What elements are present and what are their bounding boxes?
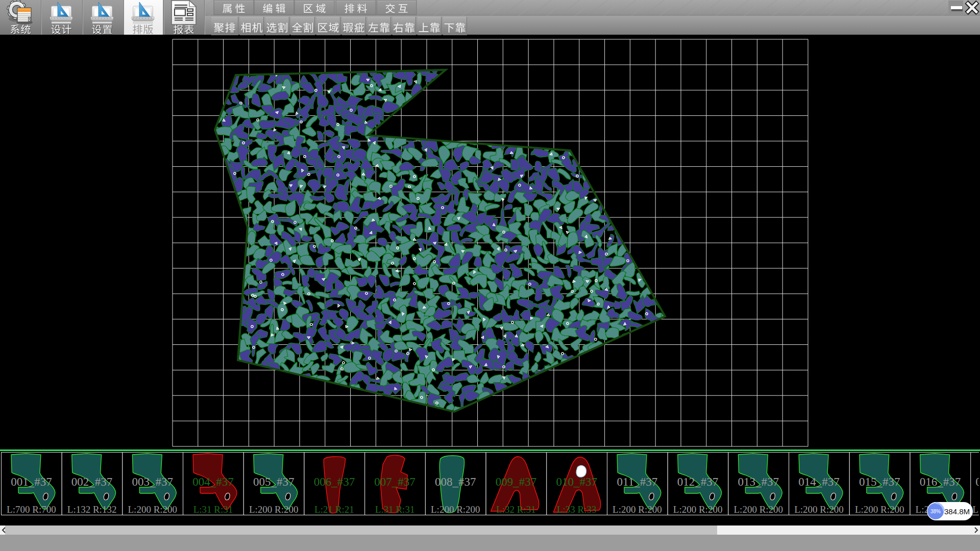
svg-text:014_#37: 014_#37 [798,475,840,488]
svg-text:010_#37: 010_#37 [556,475,597,488]
svg-text:004_#37: 004_#37 [192,475,234,488]
svg-text:L:200 R:200: L:200 R:200 [612,504,662,515]
svg-text:009_#37: 009_#37 [496,475,537,488]
svg-text:L:33 R:33: L:33 R:33 [557,504,597,515]
svg-text:L:31 R:31: L:31 R:31 [375,504,415,515]
svg-text:L:200 R:200: L:200 R:200 [794,504,844,515]
svg-text:001_#37: 001_#37 [11,475,52,488]
svg-text:L:200 R:200: L:200 R:200 [431,504,480,515]
svg-text:016_#37: 016_#37 [920,475,961,488]
svg-text:L:200 R:200: L:200 R:200 [128,504,178,515]
svg-text:L:700 R:700: L:700 R:700 [7,504,56,515]
svg-text:L: L [972,504,978,515]
svg-text:012_#37: 012_#37 [677,475,719,488]
svg-text:L:200 R:200: L:200 R:200 [734,504,783,515]
svg-text:L:132 R:132: L:132 R:132 [67,504,117,515]
svg-text:38%: 38% [930,509,941,514]
svg-text:011_#37: 011_#37 [617,475,658,488]
svg-text:006_#37: 006_#37 [314,475,355,488]
svg-text:013_#37: 013_#37 [738,475,779,488]
svg-text:005_#37: 005_#37 [253,475,295,488]
svg-text:L:200 R:200: L:200 R:200 [249,504,299,515]
svg-text:384.8M: 384.8M [944,507,970,516]
svg-text:002_#37: 002_#37 [71,475,113,488]
svg-text:L:200 R:200: L:200 R:200 [673,504,723,515]
svg-text:008_#37: 008_#37 [435,475,476,488]
svg-text:L:31 R:31: L:31 R:31 [193,504,233,515]
svg-text:015_#37: 015_#37 [859,475,900,488]
svg-text:003_#37: 003_#37 [132,475,174,488]
svg-text:007_#37: 007_#37 [374,475,415,488]
svg-text:L:32 R:31: L:32 R:31 [496,504,536,515]
svg-text:L:200 R:200: L:200 R:200 [855,504,904,515]
svg-text:L:21 R:21: L:21 R:21 [314,504,354,515]
